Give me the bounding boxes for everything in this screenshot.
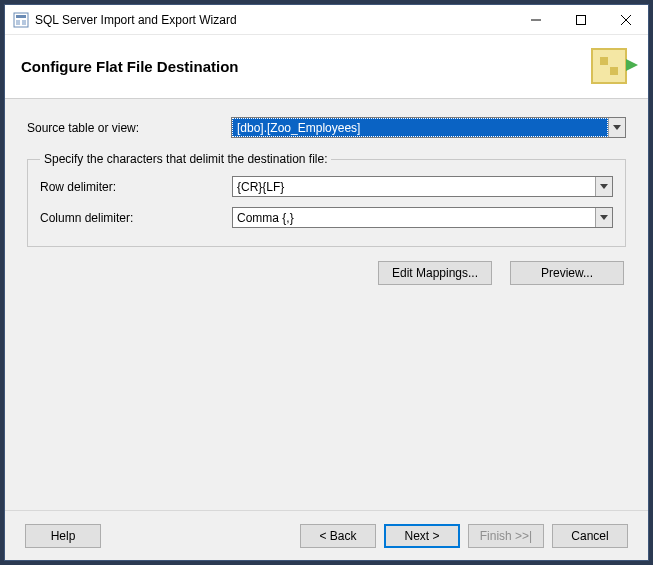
svg-rect-9 bbox=[600, 57, 608, 65]
column-delimiter-value: Comma {,} bbox=[233, 208, 595, 227]
column-delimiter-select[interactable]: Comma {,} bbox=[232, 207, 613, 228]
row-delimiter-row: Row delimiter: {CR}{LF} bbox=[40, 176, 613, 197]
back-button[interactable]: < Back bbox=[300, 524, 376, 548]
wizard-header: Configure Flat File Destination bbox=[5, 35, 648, 99]
action-buttons: Edit Mappings... Preview... bbox=[27, 261, 626, 285]
next-button[interactable]: Next > bbox=[384, 524, 460, 548]
finish-button: Finish >>| bbox=[468, 524, 544, 548]
chevron-down-icon bbox=[595, 208, 612, 227]
row-delimiter-label: Row delimiter: bbox=[40, 180, 232, 194]
wizard-header-icon bbox=[586, 43, 638, 91]
column-delimiter-row: Column delimiter: Comma {,} bbox=[40, 207, 613, 228]
chevron-down-icon bbox=[595, 177, 612, 196]
source-label: Source table or view: bbox=[27, 121, 231, 135]
svg-marker-11 bbox=[626, 59, 638, 71]
titlebar: SQL Server Import and Export Wizard bbox=[5, 5, 648, 35]
window-controls bbox=[513, 5, 648, 34]
svg-rect-8 bbox=[592, 49, 626, 83]
content-area: Source table or view: [dbo].[Zoo_Employe… bbox=[5, 99, 648, 510]
wizard-footer: Help < Back Next > Finish >>| Cancel bbox=[5, 510, 648, 560]
preview-button[interactable]: Preview... bbox=[510, 261, 624, 285]
source-table-select[interactable]: [dbo].[Zoo_Employees] bbox=[231, 117, 626, 138]
cancel-button[interactable]: Cancel bbox=[552, 524, 628, 548]
source-row: Source table or view: [dbo].[Zoo_Employe… bbox=[27, 117, 626, 138]
edit-mappings-button[interactable]: Edit Mappings... bbox=[378, 261, 492, 285]
window-title: SQL Server Import and Export Wizard bbox=[35, 13, 513, 27]
row-delimiter-select[interactable]: {CR}{LF} bbox=[232, 176, 613, 197]
delimiter-group: Specify the characters that delimit the … bbox=[27, 152, 626, 247]
delimiter-legend: Specify the characters that delimit the … bbox=[40, 152, 331, 166]
svg-rect-2 bbox=[16, 20, 20, 25]
chevron-down-icon bbox=[608, 118, 625, 137]
page-title: Configure Flat File Destination bbox=[21, 58, 239, 75]
close-button[interactable] bbox=[603, 5, 648, 34]
svg-marker-14 bbox=[600, 215, 608, 220]
svg-rect-10 bbox=[610, 67, 618, 75]
minimize-button[interactable] bbox=[513, 5, 558, 34]
svg-marker-12 bbox=[613, 125, 621, 130]
source-table-value: [dbo].[Zoo_Employees] bbox=[232, 118, 608, 137]
help-button[interactable]: Help bbox=[25, 524, 101, 548]
svg-rect-5 bbox=[576, 15, 585, 24]
svg-rect-1 bbox=[16, 15, 26, 18]
maximize-button[interactable] bbox=[558, 5, 603, 34]
svg-rect-3 bbox=[22, 20, 26, 25]
wizard-window: SQL Server Import and Export Wizard Conf… bbox=[4, 4, 649, 561]
svg-marker-13 bbox=[600, 184, 608, 189]
row-delimiter-value: {CR}{LF} bbox=[233, 177, 595, 196]
app-icon bbox=[13, 12, 29, 28]
column-delimiter-label: Column delimiter: bbox=[40, 211, 232, 225]
